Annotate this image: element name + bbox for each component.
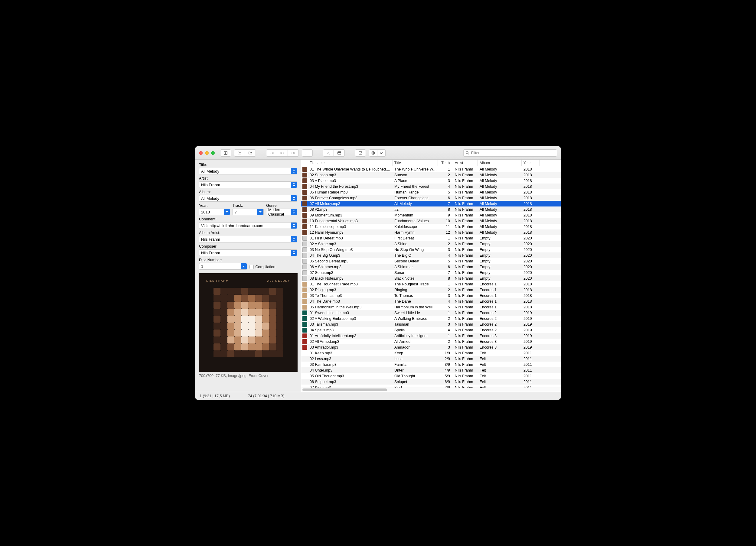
album-art-icon <box>302 316 307 321</box>
column-filename[interactable]: Filename <box>308 160 393 166</box>
column-artist[interactable]: Artist <box>453 160 478 166</box>
column-year[interactable]: Year <box>522 160 540 166</box>
compilation-checkbox[interactable] <box>249 265 254 269</box>
file-row[interactable]: 05 Harmonium in the Well.mp3Harmonium in… <box>301 304 561 310</box>
title-field[interactable]: All Melody <box>199 168 297 174</box>
rename-button[interactable] <box>288 149 299 157</box>
file-row[interactable]: 01 First Defeat.mp3First Defeat1Nils Fra… <box>301 235 561 241</box>
open-folder-button[interactable] <box>234 149 245 157</box>
file-row[interactable]: 04 My Friend the Forest.mp3My Friend the… <box>301 184 561 189</box>
composer-field[interactable]: Nils Frahm <box>199 249 297 256</box>
file-row[interactable]: 06 A Shimmer.mp3A Shimmer6Nils FrahmEmpt… <box>301 264 561 270</box>
file-row[interactable]: 04 The Big O.mp3The Big O4Nils FrahmEmpt… <box>301 252 561 258</box>
file-row[interactable]: 02 A Walking Embrace.mp3A Walking Embrac… <box>301 316 561 321</box>
file-row[interactable]: 03 Talisman.mp3Talisman3Nils FrahmEncore… <box>301 321 561 327</box>
dropdown-arrow-icon[interactable] <box>291 209 297 215</box>
file-row[interactable]: 04 The Dane.mp3The Dane4Nils FrahmEncore… <box>301 298 561 304</box>
cell-artist: Nils Frahm <box>453 213 478 217</box>
web-sources-menu[interactable] <box>377 149 386 157</box>
artist-field[interactable]: Nils Frahm <box>199 181 297 188</box>
cell-album: Encores 1 <box>478 299 522 304</box>
file-row[interactable]: 04 Unter.mp3Unter4/9Nils FrahmFelt2011 <box>301 367 561 373</box>
horizontal-scrollbar[interactable] <box>301 388 561 392</box>
file-row[interactable]: 03 No Step On Wing.mp3No Step On Wing3Ni… <box>301 247 561 252</box>
cell-filename: 03 A Place.mp3 <box>308 179 393 183</box>
dropdown-arrow-icon[interactable] <box>241 263 247 269</box>
dropdown-arrow-icon[interactable] <box>291 223 297 229</box>
file-row[interactable]: 01 The Roughest Trade.mp3The Roughest Tr… <box>301 281 561 287</box>
add-folder-button[interactable] <box>245 149 256 157</box>
cell-artist: Nils Frahm <box>453 230 478 235</box>
zoom-window-button[interactable] <box>211 151 215 155</box>
disc-field[interactable]: 1 <box>199 263 247 270</box>
file-row[interactable]: 06 Forever Changeless.mp3Forever Changel… <box>301 195 561 201</box>
minimize-window-button[interactable] <box>205 151 209 155</box>
file-to-tag-button[interactable] <box>277 149 288 157</box>
column-track[interactable]: Track <box>438 160 453 166</box>
file-row[interactable]: 08 #2.mp3#28Nils FrahmAll Melody2018 <box>301 206 561 212</box>
cell-track: 5 <box>438 259 453 263</box>
year-field[interactable]: 2018 <box>199 209 230 215</box>
cell-track: 1 <box>438 282 453 286</box>
filter-search[interactable] <box>463 149 557 157</box>
file-row[interactable]: 05 Old Thought.mp3Old Thought5/9Nils Fra… <box>301 373 561 379</box>
titlebar <box>195 146 561 160</box>
file-row[interactable]: 01 Sweet Little Lie.mp3Sweet Little Lie1… <box>301 310 561 316</box>
filter-input[interactable] <box>471 151 555 155</box>
file-row[interactable]: 02 All Armed.mp3All Armed2Nils FrahmEnco… <box>301 339 561 344</box>
column-title[interactable]: Title <box>393 160 438 166</box>
dropdown-arrow-icon[interactable] <box>291 182 297 188</box>
tag-to-file-button[interactable] <box>266 149 277 157</box>
web-sources-button[interactable] <box>369 149 377 157</box>
file-row[interactable]: 08 Black Notes.mp3Black Notes8Nils Frahm… <box>301 275 561 281</box>
file-row[interactable]: 07 All Melody.mp3All Melody7Nils FrahmAl… <box>301 201 561 206</box>
file-row[interactable]: 11 Kaleidoscope.mp3Kaleidoscope11Nils Fr… <box>301 224 561 229</box>
cell-year: 2020 <box>522 236 540 240</box>
file-row[interactable]: 04 Spells.mp3Spells4Nils FrahmEncores 22… <box>301 327 561 333</box>
file-row[interactable]: 03 To Thomas.mp3To Thomas3Nils FrahmEnco… <box>301 293 561 298</box>
cover-art[interactable]: NILS FRAHM ALL MELODY <box>199 273 298 372</box>
dropdown-arrow-icon[interactable] <box>291 250 297 256</box>
file-row[interactable]: 02 A Shine.mp3A Shine2Nils FrahmEmpty202… <box>301 241 561 247</box>
track-field[interactable]: 7 <box>233 209 264 215</box>
file-row[interactable]: 05 Second Defeat.mp3Second Defeat5Nils F… <box>301 258 561 264</box>
file-row[interactable]: 03 A Place.mp3A Place3Nils FrahmAll Melo… <box>301 178 561 184</box>
comment-field[interactable]: Visit http://nilsfrahm.bandcamp.com <box>199 222 297 229</box>
file-row[interactable]: 02 Sunson.mp3Sunson2Nils FrahmAll Melody… <box>301 172 561 178</box>
dropdown-arrow-icon[interactable] <box>257 209 263 215</box>
save-button[interactable] <box>220 149 231 157</box>
album-art-icon <box>302 328 307 333</box>
file-row[interactable]: 01 The Whole Universe Wants to Be Touche… <box>301 166 561 172</box>
file-row[interactable]: 01 Keep.mp3Keep1/9Nils FrahmFelt2011 <box>301 350 561 356</box>
dropdown-arrow-icon[interactable] <box>291 168 297 174</box>
file-row[interactable]: 01 Artificially Intelligent.mp3Artificia… <box>301 333 561 339</box>
file-row[interactable]: 12 Harm Hymn.mp3Harm Hymn12Nils FrahmAll… <box>301 229 561 235</box>
cell-artist: Nils Frahm <box>453 311 478 315</box>
open-browser-button[interactable] <box>334 149 345 157</box>
scrollbar-thumb[interactable] <box>302 388 387 391</box>
close-window-button[interactable] <box>199 151 203 155</box>
file-row[interactable]: 07 Kind.mp3Kind7/9Nils FrahmFelt2011 <box>301 385 561 388</box>
file-rows[interactable]: 01 The Whole Universe Wants to Be Touche… <box>301 166 561 388</box>
album-field[interactable]: All Melody <box>199 195 297 202</box>
genre-field[interactable]: Modern Classical <box>266 209 297 215</box>
file-row[interactable]: 02 Ringing.mp3Ringing2Nils FrahmEncores … <box>301 287 561 293</box>
file-row[interactable]: 03 Amirador.mp3Amirador3Nils FrahmEncore… <box>301 344 561 350</box>
album-artist-field[interactable]: Nils Frahm <box>199 236 297 242</box>
file-row[interactable]: 03 Familiar.mp3Familiar3/9Nils FrahmFelt… <box>301 362 561 367</box>
file-row[interactable]: 09 Momentum.mp3Momentum9Nils FrahmAll Me… <box>301 212 561 218</box>
edit-button[interactable] <box>355 149 366 157</box>
auto-tag-button[interactable] <box>323 149 334 157</box>
dropdown-arrow-icon[interactable] <box>291 195 297 201</box>
dropdown-arrow-icon[interactable] <box>224 209 230 215</box>
column-album[interactable]: Album <box>478 160 522 166</box>
file-row[interactable]: 07 Sonar.mp3Sonar7Nils FrahmEmpty2020 <box>301 270 561 275</box>
cell-track: 3 <box>438 248 453 252</box>
dropdown-arrow-icon[interactable] <box>291 236 297 242</box>
file-row[interactable]: 06 Snippet.mp3Snippet6/9Nils FrahmFelt20… <box>301 379 561 385</box>
file-row[interactable]: 10 Fundamental Values.mp3Fundamental Val… <box>301 218 561 224</box>
file-row[interactable]: 05 Human Range.mp3Human Range5Nils Frahm… <box>301 189 561 195</box>
file-row[interactable]: 02 Less.mp3Less2/9Nils FrahmFelt2011 <box>301 356 561 362</box>
cell-year: 2020 <box>522 276 540 281</box>
number-tracks-button[interactable] <box>302 149 313 157</box>
